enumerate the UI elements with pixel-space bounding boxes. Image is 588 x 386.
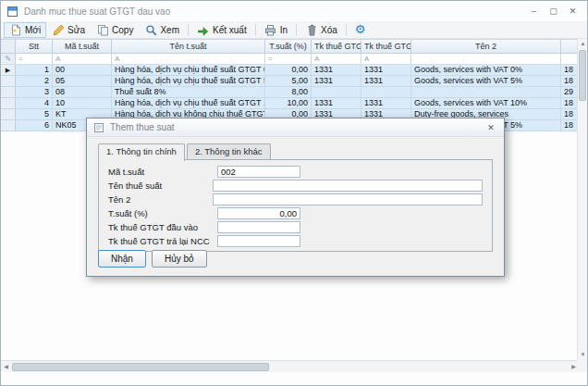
export-arrow-icon (197, 23, 210, 36)
print-button[interactable]: In (259, 22, 293, 38)
ten-thue-suat-input[interactable] (213, 180, 483, 192)
filter-cell-tsuat[interactable]: = (265, 54, 312, 64)
column-header-stt[interactable]: Stt (16, 40, 53, 53)
cell-tsuat-pct: 5,00 (265, 76, 312, 86)
edit-button-label: Sửa (67, 25, 85, 35)
filter-cell-tk1[interactable]: A (312, 54, 361, 64)
table-row[interactable]: 308Thuế suất 8%8,0029 (1, 87, 579, 98)
toolbar-separator (346, 24, 347, 36)
copy-button[interactable]: Copy (91, 22, 139, 38)
close-button[interactable]: ✕ (563, 2, 582, 20)
main-info-tab-panel: Mã t.suất Tên thuế suất Tên 2 T.suất (%)… (98, 159, 493, 252)
tk-gtgt-dau-vao-input[interactable] (217, 221, 300, 233)
column-header-tsuat-pct[interactable]: T.suất (%) (265, 40, 312, 53)
vertical-scrollbar[interactable]: ▲ ▼ (577, 39, 587, 360)
column-header-ma-tsuat[interactable]: Mã t.suất (53, 40, 112, 53)
dialog-title-bar[interactable]: Them thue suat ✕ (87, 118, 504, 137)
view-button-label: Xem (160, 25, 179, 35)
vertical-scroll-thumb[interactable] (579, 50, 586, 101)
cell-tk-thue-gtgt-2 (361, 87, 411, 97)
cell-tk-thue-gtgt-2: 1331 (361, 76, 411, 86)
cell-tk-thue-gtgt-1 (312, 87, 361, 97)
horizontal-scrollbar[interactable]: ◀ ▶ (1, 360, 579, 372)
ten-2-input[interactable] (213, 193, 483, 205)
cell-ten-2: Goods, services with VAT 0% (411, 65, 561, 75)
filter-cell-ten2[interactable] (411, 54, 561, 64)
toolbar-separator (255, 24, 256, 36)
filter-cell-stt[interactable]: = (16, 54, 53, 64)
cell-tsuat-pct: 8,00 (265, 87, 312, 97)
gear-icon: ⚙ (355, 23, 366, 36)
row-indicator (1, 120, 16, 131)
field-row: Tk thuế GTGT đầu vào (108, 220, 483, 234)
delete-button-label: Xóa (321, 25, 337, 35)
cell-ten-tsuat: Hàng hóa, dịch vụ chịu thuế suất GTGT 5% (112, 76, 265, 86)
filter-cell-tk2[interactable]: A (361, 54, 411, 64)
row-indicator (1, 76, 16, 86)
edit-pencil-icon (52, 23, 65, 36)
ma-tsuat-label: Mã t.suất (108, 167, 217, 177)
cell-tk-thue-gtgt-2: 1331 (361, 65, 411, 75)
export-button-label: Kết xuất (213, 25, 247, 35)
tab-other-info[interactable]: 2. Thông tin khác (187, 143, 271, 160)
title-bar[interactable]: Danh muc thue suat GTGT dau vao – ▢ ✕ (1, 1, 587, 21)
scroll-down-icon[interactable]: ▼ (578, 350, 588, 360)
minimize-button[interactable]: – (524, 2, 544, 20)
toolbar-separator (296, 24, 297, 36)
app-icon (6, 5, 18, 18)
app-window: Danh muc thue suat GTGT dau vao – ▢ ✕ Mớ… (0, 0, 588, 386)
window-title: Danh muc thue suat GTGT dau vao (24, 6, 524, 17)
auto-filter-row: ✎ = A A = A A (1, 54, 579, 65)
window-controls: – ▢ ✕ (524, 2, 582, 20)
delete-button[interactable]: Xóa (300, 22, 343, 38)
cell-tk-thue-gtgt-2: 1331 (361, 98, 411, 108)
table-row[interactable]: 410Hàng hóa, dịch vụ chịu thuế suất GTGT… (1, 98, 579, 109)
scroll-left-icon[interactable]: ◀ (1, 362, 11, 372)
accept-button[interactable]: Nhận (98, 250, 146, 268)
maximize-button[interactable]: ▢ (544, 2, 563, 20)
tsuat-pct-input[interactable] (217, 207, 300, 219)
field-row: Tên 2 (108, 193, 483, 206)
column-header-ten-2[interactable]: Tên 2 (411, 40, 561, 53)
horizontal-scroll-thumb[interactable] (12, 363, 269, 371)
export-button[interactable]: Kết xuất (191, 22, 252, 38)
ma-tsuat-input[interactable] (217, 166, 300, 178)
table-row[interactable]: ▶100Hàng hóa, dịch vụ chịu thuế suất GTG… (1, 65, 579, 76)
cell-ten-2: Goods, services with VAT 10% (411, 98, 561, 108)
filter-cell-ten[interactable]: A (112, 54, 265, 64)
new-button-label: Mới (25, 25, 41, 35)
edit-button[interactable]: Sửa (46, 22, 91, 38)
column-header-tk-thue-gtgt-1[interactable]: Tk thuế GTGT (312, 40, 361, 53)
indicator-column-header (1, 40, 16, 53)
printer-icon (264, 23, 277, 36)
cell-ten-tsuat: Hàng hóa, dịch vụ chịu thuế suất GTGT 10… (112, 98, 265, 108)
column-header-ten-tsuat[interactable]: Tên t.suất (112, 40, 265, 53)
settings-button[interactable]: ⚙ (349, 22, 372, 38)
cell-ma-tsuat: 05 (53, 76, 112, 86)
filter-cell-ma[interactable]: A (53, 54, 112, 64)
dialog-buttons: Nhận Hủy bỏ (98, 250, 207, 268)
table-row[interactable]: 205Hàng hóa, dịch vụ chịu thuế suất GTGT… (1, 76, 579, 87)
cell-tk-thue-gtgt-1: 1331 (312, 65, 361, 75)
new-button[interactable]: Mới (4, 22, 46, 38)
trash-icon (305, 23, 318, 36)
tk-gtgt-tra-lai-ncc-input[interactable] (217, 235, 300, 247)
toolbar: Mới Sửa Copy Xem Kết xuất (1, 21, 587, 39)
cell-stt: 3 (16, 87, 53, 97)
cell-tk-thue-gtgt-1: 1331 (312, 98, 361, 108)
cancel-button[interactable]: Hủy bỏ (152, 250, 207, 268)
cell-tk-thue-gtgt-1: 1331 (312, 76, 361, 86)
copy-button-label: Copy (112, 25, 133, 35)
dialog-close-icon[interactable]: ✕ (484, 123, 498, 132)
cell-ma-tsuat: 10 (53, 98, 112, 108)
ten-thue-suat-label: Tên thuế suất (108, 181, 213, 191)
tab-main-info[interactable]: 1. Thông tin chính (98, 143, 185, 161)
cell-stt: 5 (16, 109, 53, 119)
dialog-tabs: 1. Thông tin chính 2. Thông tin khác (98, 143, 273, 160)
column-header-tk-thue-gtgt-2[interactable]: Tk thuế GTGT (361, 40, 411, 53)
grid-header-row: Stt Mã t.suất Tên t.suất T.suất (%) Tk t… (1, 39, 579, 54)
view-button[interactable]: Xem (139, 22, 185, 38)
row-indicator (1, 87, 16, 97)
dialog-form-icon (92, 121, 105, 134)
scroll-up-icon[interactable]: ▲ (578, 39, 588, 49)
